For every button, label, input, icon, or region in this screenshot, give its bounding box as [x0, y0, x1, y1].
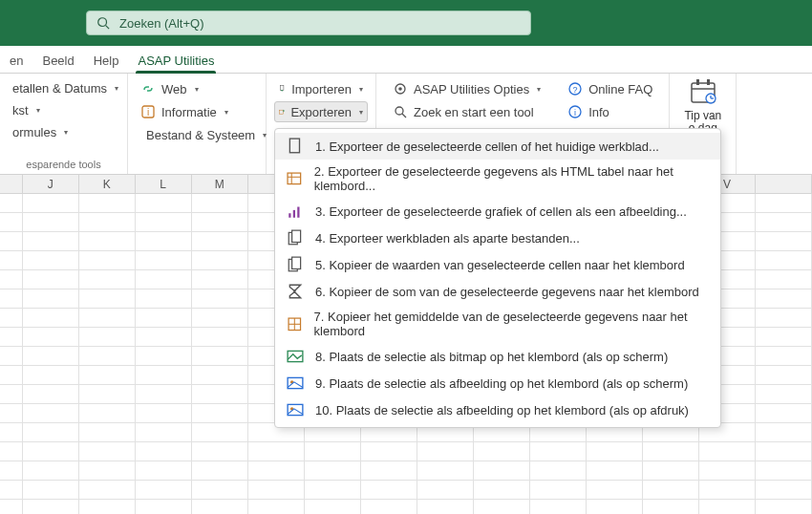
picture-print-icon: [287, 401, 304, 418]
svg-text:i: i: [147, 107, 149, 118]
col-header[interactable]: M: [192, 175, 248, 193]
chevron-down-icon: ▾: [537, 85, 541, 94]
menu-item-image-screen[interactable]: 9. Plaats de selectie als afbeelding op …: [275, 370, 720, 396]
menu-item-image-print[interactable]: 10. Plaats de selectie als afbeelding op…: [275, 396, 720, 423]
cmd-tekst[interactable]: kst▾: [8, 100, 119, 120]
sigma-icon: [287, 283, 304, 300]
grid-row: [0, 500, 812, 514]
svg-rect-31: [292, 230, 301, 242]
menu-item-export-html[interactable]: 2. Exporteer de geselecteerde gegevens a…: [275, 160, 720, 198]
cmd-online-faq[interactable]: ? Online FAQ: [563, 78, 657, 99]
svg-rect-19: [707, 79, 710, 85]
cmd-web[interactable]: Web▾: [136, 78, 258, 99]
menu-item-bitmap-screen[interactable]: 8. Plaats de selectie als bitmap op het …: [275, 343, 720, 370]
col-header[interactable]: L: [136, 175, 192, 193]
info-icon: i: [140, 104, 156, 119]
select-all-corner[interactable]: [0, 175, 23, 193]
cmd-formules[interactable]: ormules▾: [8, 122, 119, 142]
tab-partial[interactable]: en: [0, 48, 32, 73]
svg-point-9: [398, 87, 402, 91]
copy-icon: [287, 256, 304, 273]
chevron-down-icon: ▾: [224, 108, 228, 117]
svg-rect-33: [292, 257, 301, 268]
gear-icon: [393, 81, 408, 96]
svg-rect-27: [288, 213, 290, 218]
cmd-informatie[interactable]: i Informatie▾: [136, 101, 258, 122]
tab-help[interactable]: Help: [84, 48, 129, 73]
col-header[interactable]: J: [23, 175, 79, 193]
menu-item-export-sheets-files[interactable]: 4. Exporteer werkbladen als aparte besta…: [275, 225, 720, 251]
search-box[interactable]: Zoeken (Alt+Q): [86, 11, 531, 35]
svg-rect-18: [696, 79, 699, 85]
tab-asap-utilities[interactable]: ASAP Utilities: [128, 48, 224, 73]
menu-item-copy-average[interactable]: 7. Kopieer het gemiddelde van de geselec…: [275, 305, 720, 343]
menu-item-copy-sum[interactable]: 6. Kopieer de som van de geselecteerde g…: [275, 278, 720, 305]
import-icon: [279, 81, 286, 96]
chart-image-icon: [287, 203, 304, 220]
average-icon: [287, 315, 303, 332]
col-header[interactable]: K: [79, 175, 136, 193]
cmd-importeren[interactable]: Importeren▾: [274, 78, 368, 99]
chevron-down-icon: ▾: [359, 108, 363, 117]
svg-text:i: i: [574, 108, 576, 118]
multi-page-icon: [287, 229, 304, 246]
svg-text:?: ?: [573, 85, 578, 95]
svg-rect-6: [280, 86, 284, 91]
search-icon: [96, 16, 110, 30]
ribbon-group-tools: etallen & Datums▾ kst▾ ormules▾ esparend…: [0, 74, 128, 174]
menu-item-export-cells-worksheet[interactable]: 1. Exporteer de geselecteerde cellen of …: [275, 133, 720, 160]
grid-row: [0, 461, 812, 481]
svg-rect-23: [289, 139, 299, 153]
link-icon: [140, 81, 156, 96]
export-icon: [279, 104, 285, 119]
picture-frame-icon: [287, 375, 304, 392]
cmd-asap-opties[interactable]: ASAP Utilities Opties▾: [388, 78, 545, 99]
menu-item-export-image[interactable]: 3. Exporteer de geselecteerde grafiek of…: [275, 198, 720, 225]
page-icon: [287, 138, 304, 155]
svg-line-11: [402, 114, 406, 118]
chevron-down-icon: ▾: [195, 85, 199, 94]
chevron-down-icon: ▾: [64, 128, 68, 137]
grid-row: [0, 481, 812, 500]
group-label: esparende tools: [8, 155, 119, 174]
svg-rect-28: [293, 210, 295, 218]
col-header[interactable]: [756, 175, 812, 193]
svg-point-10: [395, 107, 403, 115]
help-icon: ?: [567, 81, 583, 96]
search-placeholder: Zoeken (Alt+Q): [119, 16, 204, 31]
svg-line-1: [106, 26, 110, 30]
cmd-bestand-systeem[interactable]: Bestand & Systeem▾: [136, 124, 258, 145]
html-table-icon: [287, 170, 303, 187]
cmd-zoek-start-tool[interactable]: Zoek en start een tool: [388, 101, 545, 122]
calendar-tip-icon[interactable]: [688, 77, 718, 108]
chevron-down-icon: ▾: [115, 84, 118, 93]
cmd-getallen-datums[interactable]: etallen & Datums▾: [8, 78, 119, 98]
cmd-info[interactable]: i Info: [563, 101, 657, 122]
svg-rect-29: [297, 207, 299, 218]
svg-rect-7: [279, 110, 283, 114]
chevron-down-icon: ▾: [359, 85, 363, 94]
cmd-exporteren[interactable]: Exporteren▾: [274, 101, 368, 122]
tab-beeld[interactable]: Beeld: [32, 48, 83, 73]
ribbon-group-web: Web▾ i Informatie▾ Bestand & Systeem▾: [128, 74, 267, 174]
svg-rect-24: [288, 173, 301, 184]
ribbon-tabs: en Beeld Help ASAP Utilities: [0, 46, 812, 74]
exporteren-dropdown-menu: 1. Exporteer de geselecteerde cellen of …: [274, 128, 721, 428]
info-circle-icon: i: [567, 104, 583, 119]
picture-icon: [287, 348, 304, 365]
title-bar: Zoeken (Alt+Q): [0, 0, 812, 46]
menu-item-copy-values[interactable]: 5. Kopieer de waarden van geselecteerde …: [275, 251, 720, 278]
grid-row: [0, 442, 812, 461]
search-tool-icon: [393, 104, 408, 119]
chevron-down-icon: ▾: [36, 106, 40, 115]
svg-point-0: [98, 18, 107, 27]
